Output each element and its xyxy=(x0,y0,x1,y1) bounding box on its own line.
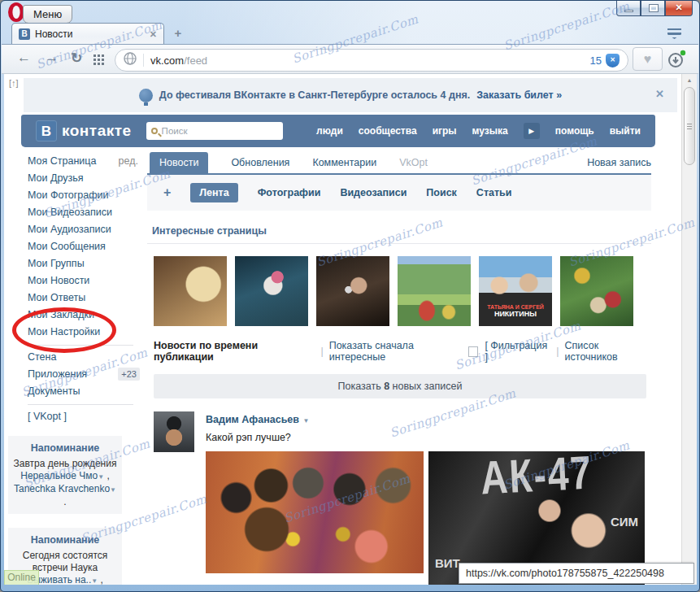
new-post-link[interactable]: Новая запись xyxy=(587,152,651,173)
nav-communities[interactable]: сообщества xyxy=(359,125,417,137)
page-viewport: [↑] До фестиваля ВКонтакте в Санкт-Петер… xyxy=(4,74,697,585)
sidebar-item-my-page[interactable]: ред.Моя Страница xyxy=(21,153,140,170)
image-caption: ВИТ xyxy=(435,556,460,570)
filtration-checkbox[interactable] xyxy=(468,346,479,357)
back-button[interactable]: ← xyxy=(17,50,31,66)
tab-news[interactable]: Новости xyxy=(150,152,208,173)
reminder-box-birthday: Напоминание Завтра день рождения Нереаль… xyxy=(8,436,122,514)
forward-button[interactable]: → xyxy=(45,50,59,66)
caret-down-icon[interactable]: ▼ xyxy=(91,577,98,585)
separator: . xyxy=(63,496,66,507)
tab-title: Новости xyxy=(35,28,145,40)
online-status-badge: Online xyxy=(4,570,39,585)
caret-down-icon[interactable]: ▼ xyxy=(302,417,309,424)
vk-logo-icon: В xyxy=(36,120,57,141)
close-button[interactable]: ✕ xyxy=(665,1,693,16)
caret-down-icon[interactable]: ▼ xyxy=(98,473,104,481)
sidebar-item-audio[interactable]: Мои Аудиозаписи xyxy=(21,221,140,238)
tab-vkopt[interactable]: VkOpt xyxy=(399,152,428,173)
sidebar-item-label: Приложения xyxy=(28,368,87,380)
scroll-up-arrow-icon[interactable]: ▲ xyxy=(682,74,697,88)
shield-icon[interactable]: ✕ xyxy=(606,54,620,67)
sidebar-item-groups[interactable]: Мои Группы xyxy=(21,255,140,272)
nav-logout[interactable]: выйти xyxy=(610,125,641,137)
scrollbar-grip xyxy=(687,124,692,124)
download-button[interactable] xyxy=(666,49,689,70)
separator: , xyxy=(104,470,110,481)
sidebar-item-videos[interactable]: Мои Видеозаписи xyxy=(21,204,140,221)
minimize-button[interactable] xyxy=(616,1,641,16)
address-separator xyxy=(143,54,144,67)
vk-header: В контакте люди сообщества игры музыка ▶… xyxy=(21,115,655,147)
bookmark-heart-button[interactable]: ♥ xyxy=(633,47,663,71)
nav-help[interactable]: помощь xyxy=(555,125,594,137)
sidebar-item-apps[interactable]: +23Приложения xyxy=(21,366,140,383)
caret-down-icon[interactable]: ▼ xyxy=(110,486,116,494)
page-thumbnail[interactable] xyxy=(316,256,389,326)
heart-icon: ♥ xyxy=(644,52,652,66)
sidebar-item-photos[interactable]: Мои Фотографии xyxy=(21,187,140,204)
feed-filter-row: Новости по времени публикации | Показать… xyxy=(154,340,651,363)
scrollbar-thumb[interactable] xyxy=(684,87,695,165)
sidebar-item-messages[interactable]: Мои Сообщения xyxy=(21,238,140,255)
search-input[interactable] xyxy=(162,126,259,136)
subtab-feed[interactable]: Лента xyxy=(190,183,237,202)
post-author-link[interactable]: Вадим Афанасьев xyxy=(206,414,299,425)
search-box[interactable] xyxy=(146,122,283,140)
search-icon xyxy=(151,128,158,134)
thumbnail-caption: ТАТЬЯНА И СЕРГЕЙ xyxy=(487,304,544,310)
page-thumbnail[interactable] xyxy=(154,256,227,326)
browser-tab[interactable]: В Новости ✕ xyxy=(11,23,164,45)
vk-logo[interactable]: В контакте xyxy=(36,120,132,141)
sidebar-item-documents[interactable]: Документы xyxy=(21,383,140,400)
post-image-rappers[interactable] xyxy=(206,451,424,573)
address-bar[interactable]: vk.com /feed 15 ✕ xyxy=(115,49,628,72)
scroll-to-top-link[interactable]: [↑] xyxy=(9,78,19,88)
reload-button[interactable]: ↻ xyxy=(71,50,82,67)
maximize-button[interactable] xyxy=(641,1,665,16)
subtab-articles[interactable]: Статьи xyxy=(476,187,512,198)
reminder-person-link[interactable]: Нереальное Чмо xyxy=(20,470,98,481)
tab-menu-icon[interactable] xyxy=(667,28,681,39)
page-thumbnail[interactable] xyxy=(398,256,471,326)
banner-close-icon[interactable]: ✕ xyxy=(655,88,664,100)
add-list-button[interactable]: + xyxy=(163,185,171,200)
minimize-icon xyxy=(624,10,633,12)
window-controls: ✕ xyxy=(616,1,693,16)
filtration-link[interactable]: [ Фильтрация ] xyxy=(485,340,550,363)
banner-ticket-link[interactable]: Заказать билет » xyxy=(476,89,562,101)
tab-comments[interactable]: Комментарии xyxy=(312,152,376,173)
new-tab-button[interactable]: + xyxy=(168,26,188,41)
reminder-person-link[interactable]: Tanechka Kravchenko xyxy=(14,483,110,494)
page-thumbnail[interactable] xyxy=(235,256,308,326)
tab-updates[interactable]: Обновления xyxy=(231,152,289,173)
opera-menu-button[interactable]: Меню xyxy=(23,5,72,24)
tab-close-icon[interactable]: ✕ xyxy=(150,29,157,40)
subtab-videos[interactable]: Видеозаписи xyxy=(340,187,407,198)
vk-balloon-icon xyxy=(139,89,153,102)
page-scrollbar[interactable]: ▲ xyxy=(681,74,697,585)
divider xyxy=(147,243,651,244)
page-thumbnail[interactable]: ТАТЬЯНА И СЕРГЕЙНИКИТИНЫ xyxy=(479,256,552,326)
speed-dial-icon[interactable] xyxy=(93,54,104,68)
sidebar-item-friends[interactable]: Мои Друзья xyxy=(21,170,140,187)
nav-games[interactable]: игры xyxy=(433,125,457,137)
subtab-search[interactable]: Поиск xyxy=(426,187,457,198)
sidebar-item-news[interactable]: Мои Новости xyxy=(21,272,140,289)
sources-list-link[interactable]: Список источников xyxy=(565,340,651,363)
page-thumbnail[interactable] xyxy=(560,256,633,326)
nav-people[interactable]: люди xyxy=(316,125,343,137)
show-interesting-link[interactable]: Показать сначала интересные xyxy=(329,340,468,363)
address-path: /feed xyxy=(184,54,207,67)
feed-tabs: Новости Обновления Комментарии VkOpt Нов… xyxy=(147,153,651,175)
edit-link[interactable]: ред. xyxy=(119,153,138,170)
subtab-photos[interactable]: Фотографии xyxy=(258,187,321,198)
vk-logo-text: контакте xyxy=(62,122,132,140)
nav-music[interactable]: музыка xyxy=(472,125,508,137)
post-author-avatar[interactable] xyxy=(154,411,194,452)
show-new-posts-button[interactable]: Показать 8 новых записей xyxy=(154,374,646,398)
sidebar-item-vkopt[interactable]: [ VKopt ] xyxy=(21,408,140,425)
sidebar-item-answers[interactable]: Мои Ответы xyxy=(21,289,140,307)
music-play-icon[interactable]: ▶ xyxy=(524,123,540,139)
interesting-pages-title: Интересные страницы xyxy=(152,225,651,237)
